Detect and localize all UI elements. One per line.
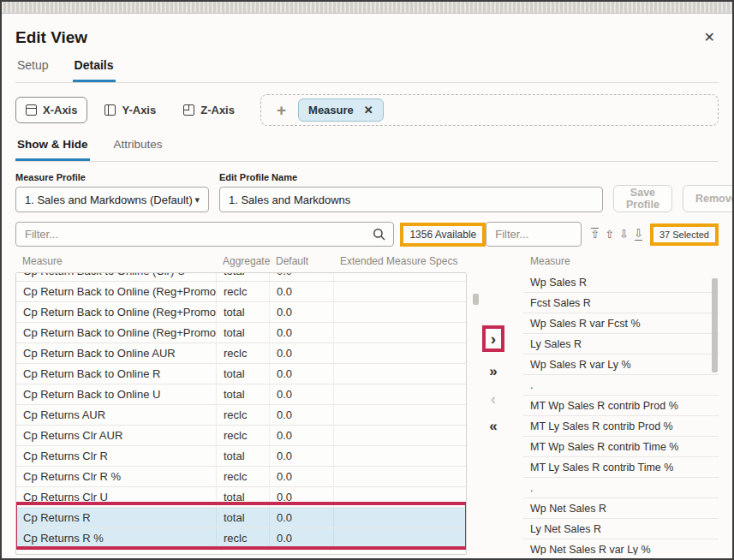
table-cell [334,405,466,425]
table-cell: 0.0 [270,282,334,301]
measure-profile-value: 1. Sales and Markdowns (Default) [25,194,193,206]
move-down-icon[interactable]: ⇩ [619,229,629,241]
list-item[interactable]: Wp Sales R var Ly % [523,354,719,375]
table-cell: Cp Returns Clr AUR [16,426,217,445]
list-item[interactable]: MT Wp Sales R contrib Prod % [523,396,719,416]
table-cell: 0.0 [270,384,334,404]
table-row[interactable]: Cp Returns Clr R %reclc0.0 [16,467,466,487]
move-right-button[interactable]: › [491,331,496,347]
measure-profile-select[interactable]: 1. Sales and Markdowns (Default) ▾ [15,187,209,212]
table-row[interactable]: Cp Returns Clr Rtotal0.0 [16,446,466,467]
tab-attributes[interactable]: Attributes [112,138,164,161]
reorder-controls: ⇧ ⇧ ⇩ ⇩ [590,228,643,241]
z-axis-button[interactable]: Z-Axis [173,97,245,123]
available-table-scrollbar[interactable] [473,294,479,305]
table-cell [334,282,466,301]
z-axis-icon [183,104,194,116]
list-item[interactable]: MT Wp Sales R contrib Time % [523,437,719,457]
table-cell: Cp Return Back to Online (Reg+Promo) R [16,302,217,322]
table-row[interactable]: Cp Returns Rtotal0.0 [16,508,466,528]
available-filter-input[interactable] [25,228,367,241]
remove-button[interactable]: Remove [683,185,734,212]
table-cell: Cp Returns AUR [16,405,217,425]
move-to-bottom-icon[interactable]: ⇩ [634,228,643,241]
axis-row: X-Axis Y-Axis Z-Axis + Measure ✕ [15,94,719,126]
table-row[interactable]: Cp Return Back to Online (Reg+Promo) Uto… [16,323,466,343]
edit-profile-name-input[interactable] [229,194,594,206]
list-item[interactable]: Wp Sales R var Fcst % [523,313,719,334]
table-cell [334,364,466,384]
table-row[interactable]: Cp Returns AURreclc0.0 [16,405,466,426]
axis-drop-zone[interactable]: + Measure ✕ [260,94,719,126]
move-all-left-button[interactable]: « [489,419,497,433]
y-axis-label: Y-Axis [122,104,156,116]
table-cell [334,426,466,445]
screenshot-frame: Edit View ✕ Setup Details X-Axis Y-Axis … [0,0,734,560]
table-row[interactable]: Cp Return Back to Online Utotal0.0 [16,384,466,405]
table-cell: Cp Returns Clr R % [16,467,217,486]
annotation-move-right: › [482,325,504,352]
tab-show-and-hide[interactable]: Show & Hide [15,138,90,161]
list-item[interactable]: MT Ly Sales R contrib Time % [523,457,719,478]
list-item[interactable]: Wp Net Sales R var Ly % [523,539,719,555]
move-up-icon[interactable]: ⇧ [605,229,614,241]
table-cell: 0.0 [270,272,334,281]
list-item[interactable]: . [523,375,719,396]
annotation-available-count: 1356 Available [400,223,486,247]
available-table-header: Measure Aggregate Default Extended Measu… [15,253,467,272]
add-icon: + [277,102,286,118]
table-cell: total [217,364,270,384]
table-row[interactable]: Cp Returns Clr AURreclc0.0 [16,426,466,446]
background-page-strip [2,2,732,14]
tab-setup[interactable]: Setup [15,58,51,82]
table-cell: reclc [217,405,270,425]
list-item[interactable]: Ly Sales R [523,334,719,354]
list-item[interactable]: Ly Net Sales R [523,519,719,539]
tab-details[interactable]: Details [73,58,116,82]
move-all-right-button[interactable]: » [489,364,497,378]
table-cell [334,302,466,322]
selected-filter-input[interactable] [495,228,574,241]
list-item[interactable]: Fcst Sales R [523,293,719,313]
measure-picker: Measure Aggregate Default Extended Measu… [15,253,719,555]
list-item[interactable]: Wp Sales R [523,272,719,293]
table-cell: Cp Returns R [16,508,217,527]
table-cell: Cp Return Back to Online (Clr) U [16,272,217,281]
measure-chip-close-icon[interactable]: ✕ [364,104,373,116]
table-cell: Cp Return Back to Online AUR [16,343,217,363]
column-header-default: Default [269,253,333,272]
table-row[interactable]: Cp Returns Clr Utotal0.0 [16,487,466,508]
table-cell: reclc [217,467,270,486]
x-axis-icon [26,104,37,116]
measure-chip[interactable]: Measure ✕ [298,98,384,122]
column-header-aggregate: Aggregate [216,253,269,272]
selected-list-scrollbar[interactable] [712,278,718,372]
table-row[interactable]: Cp Return Back to Online (Reg+Promo) Rto… [16,302,466,323]
available-filter [15,222,394,247]
move-to-top-icon[interactable]: ⇧ [590,228,600,241]
table-cell: Cp Returns Clr U [16,487,217,507]
dialog-header: Edit View ✕ [15,14,719,48]
table-row[interactable]: Cp Return Back to Online Rtotal0.0 [16,364,466,384]
table-cell [334,384,466,404]
table-row[interactable]: Cp Return Back to Online (Reg+Promo) AUR… [16,282,466,302]
close-icon[interactable]: ✕ [701,27,719,48]
save-profile-button[interactable]: Save Profile [613,185,672,212]
table-cell: reclc [217,282,270,301]
y-axis-button[interactable]: Y-Axis [94,97,166,123]
selected-list-header: Measure [523,253,719,272]
x-axis-button[interactable]: X-Axis [15,97,87,123]
selected-measures-panel: Measure Wp Sales RFcst Sales RWp Sales R… [523,253,719,555]
list-item[interactable]: . [523,478,719,498]
table-row[interactable]: Cp Return Back to Online AURreclc0.0 [16,343,466,364]
dialog-footer: Cancel OK [15,555,719,560]
move-left-button[interactable]: ‹ [491,390,496,407]
table-row[interactable]: Cp Returns R %reclc0.0 [16,528,466,549]
table-cell [334,272,466,281]
measure-profile-label: Measure Profile [15,172,209,182]
table-cell: 0.0 [270,467,334,486]
table-cell: 0.0 [270,364,334,384]
table-row[interactable]: Cp Return Back to Online (Clr) Utotal0.0 [16,272,466,282]
list-item[interactable]: MT Ly Sales R contrib Prod % [523,416,719,437]
list-item[interactable]: Wp Net Sales R [523,498,719,519]
